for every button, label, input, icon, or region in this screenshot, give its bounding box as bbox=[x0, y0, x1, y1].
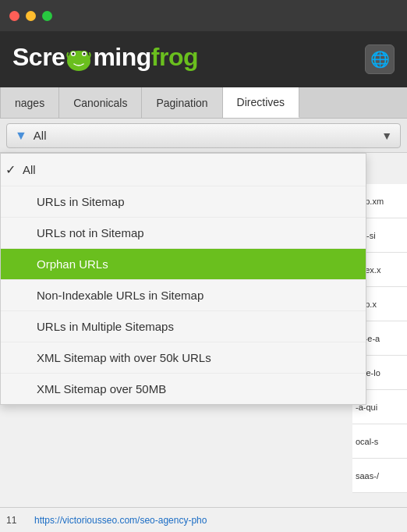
logo-area: Scre mingfrog bbox=[12, 42, 198, 76]
dropdown-item-50mb[interactable]: XML Sitemap over 50MB bbox=[1, 374, 366, 404]
tab-directives[interactable]: Directives bbox=[223, 87, 299, 118]
filter-dropdown-trigger[interactable]: ▼ All ▼ bbox=[6, 123, 401, 148]
tab-pagination[interactable]: Pagination bbox=[142, 87, 222, 118]
logo-suffix: frog bbox=[151, 43, 198, 71]
dropdown-item-label: URLs in Multiple Sitemaps bbox=[37, 320, 174, 333]
filter-arrow-icon: ▼ bbox=[381, 129, 392, 142]
dropdown-item-label: XML Sitemap over 50MB bbox=[37, 382, 166, 395]
header-right: 🌐 bbox=[365, 44, 395, 74]
header-bar: Scre mingfrog bbox=[0, 31, 407, 87]
dropdown-item-label: URLs not in Sitemap bbox=[37, 226, 144, 239]
url-snippet-8: ocal-s bbox=[352, 424, 407, 459]
dropdown-item-non-indexable[interactable]: Non-Indexable URLs in Sitemap bbox=[1, 280, 366, 311]
svg-point-5 bbox=[73, 53, 75, 55]
tab-images-label: nages bbox=[15, 97, 44, 109]
globe-icon: 🌐 bbox=[370, 50, 390, 69]
tab-images[interactable]: nages bbox=[0, 87, 59, 118]
tab-canonicals[interactable]: Canonicals bbox=[59, 87, 142, 118]
dropdown-item-orphan-urls[interactable]: Orphan URLs bbox=[1, 249, 366, 280]
main-wrapper: Scre mingfrog bbox=[0, 31, 407, 532]
checkmark-icon: ✓ bbox=[5, 162, 18, 177]
dropdown-item-multiple-sitemaps[interactable]: URLs in Multiple Sitemaps bbox=[1, 311, 366, 342]
tab-directives-label: Directives bbox=[237, 96, 285, 108]
maximize-button[interactable] bbox=[42, 11, 52, 21]
tab-canonicals-label: Canonicals bbox=[73, 97, 127, 109]
row-number: 11 bbox=[6, 515, 25, 526]
logo-text: Scre mingfrog bbox=[12, 42, 198, 76]
logo-middle: ming bbox=[93, 43, 150, 71]
dropdown-item-urls-not-in-sitemap[interactable]: URLs not in Sitemap bbox=[1, 218, 366, 249]
tabs-bar: nages Canonicals Pagination Directives bbox=[0, 87, 407, 119]
dropdown-item-urls-in-sitemap[interactable]: URLs in Sitemap bbox=[1, 186, 366, 218]
bottom-row: 11 https://victoriousseo.com/seo-agency-… bbox=[0, 507, 407, 532]
tab-pagination-label: Pagination bbox=[156, 97, 207, 109]
dropdown-item-label: Non-Indexable URLs in Sitemap bbox=[37, 289, 204, 302]
dropdown-item-label: Orphan URLs bbox=[37, 257, 108, 271]
dropdown-item-50k-urls[interactable]: XML Sitemap with over 50k URLs bbox=[1, 342, 366, 374]
dropdown-item-label: XML Sitemap with over 50k URLs bbox=[37, 351, 211, 364]
dropdown-item-label: URLs in Sitemap bbox=[37, 195, 125, 208]
bottom-url[interactable]: https://victoriousseo.com/seo-agency-pho bbox=[34, 515, 207, 526]
dropdown-item-label: All bbox=[23, 163, 36, 176]
logo-prefix: Scre bbox=[12, 43, 65, 71]
filter-bar: ▼ All ▼ ✓ All URLs in Sitemap URLs not i… bbox=[0, 119, 407, 153]
close-button[interactable] bbox=[9, 11, 19, 21]
minimize-button[interactable] bbox=[26, 11, 36, 21]
svg-point-6 bbox=[83, 53, 86, 55]
logo-frog-icon bbox=[65, 42, 93, 76]
dropdown-item-all[interactable]: ✓ All bbox=[1, 154, 366, 186]
title-bar bbox=[0, 0, 407, 31]
url-snippet-9: saas-/ bbox=[352, 459, 407, 493]
filter-selected-label: All bbox=[34, 129, 381, 142]
filter-dropdown: ✓ All URLs in Sitemap URLs not in Sitema… bbox=[0, 153, 366, 405]
filter-icon: ▼ bbox=[15, 129, 27, 143]
globe-button[interactable]: 🌐 bbox=[365, 44, 395, 74]
